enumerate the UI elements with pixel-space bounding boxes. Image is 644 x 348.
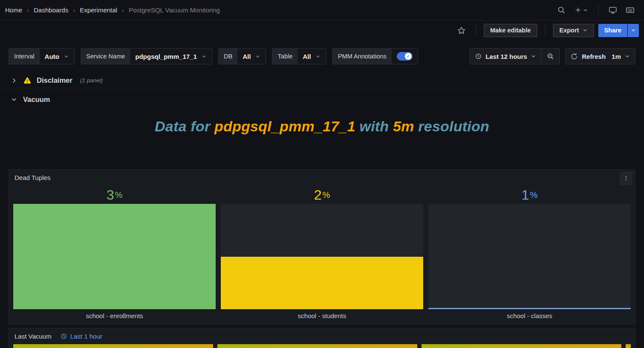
toggle-check-icon: ✓ <box>405 53 412 60</box>
headline-segment: 5m <box>393 118 414 134</box>
refresh-interval-value: 1m <box>612 53 621 60</box>
headline-segment: resolution <box>414 118 489 134</box>
pmm-annotations-toggle[interactable]: ✓ <box>397 52 413 61</box>
kiosk-mode-icon[interactable] <box>606 4 619 17</box>
breadcrumb-home[interactable]: Home <box>5 6 22 14</box>
divider <box>476 25 476 35</box>
breadcrumb-experimental[interactable]: Experimental <box>80 6 117 14</box>
refresh-label: Refresh <box>582 53 606 60</box>
service-name-select[interactable]: pdpgsql_pmm_17_1 <box>130 49 212 64</box>
interval-value: Auto <box>45 53 59 60</box>
clock-icon <box>61 333 67 339</box>
pmm-annotations-control: PMM Annotations ✓ <box>332 48 418 64</box>
chevron-down-icon <box>255 54 261 59</box>
panel-menu-kebab-icon[interactable] <box>620 171 632 185</box>
last-vacuum-bar <box>217 344 417 348</box>
breadcrumb: Home › Dashboards › Experimental › Postg… <box>5 6 220 14</box>
db-label: DB <box>219 49 237 64</box>
breadcrumb-current-page: PostgreSQL Vacuum Monitoring <box>129 6 220 14</box>
plus-icon <box>574 6 582 14</box>
gauge-track <box>13 204 216 309</box>
gauge-fill <box>221 257 423 310</box>
gauge-fill <box>13 204 216 309</box>
time-range-value: Last 12 hours <box>486 53 527 60</box>
new-dashboard-menu[interactable] <box>572 4 591 17</box>
service-name-label: Service Name <box>81 49 130 64</box>
interval-select[interactable]: Auto <box>40 49 74 64</box>
chevron-down-icon <box>201 54 207 59</box>
db-select[interactable]: All <box>237 49 266 64</box>
bar-gauge: 2%school - students <box>221 186 423 320</box>
bar-gauge: 1%school - classes <box>428 186 631 320</box>
gauge-value-label: 1% <box>428 186 631 204</box>
chevron-down-icon <box>64 54 69 59</box>
table-variable: Table All <box>272 48 326 64</box>
refresh-button[interactable]: Refresh <box>565 49 611 64</box>
search-icon[interactable] <box>555 4 568 17</box>
gauge-category-label: school - students <box>221 312 423 320</box>
divider <box>545 25 545 35</box>
gauge-track <box>428 204 631 309</box>
row-vacuum[interactable]: Vacuum <box>0 92 644 107</box>
gauge-value-label: 2% <box>221 186 423 204</box>
star-icon[interactable] <box>455 24 468 37</box>
time-override-badge: Last 1 hour <box>61 333 102 340</box>
last-vacuum-bar <box>422 344 621 348</box>
refresh-icon <box>571 53 578 60</box>
row-disclaimer[interactable]: Disclaimer (1 panel) <box>0 73 644 88</box>
headline-segment: pdpgsql_pmm_17_1 <box>214 118 355 134</box>
table-label: Table <box>272 49 298 64</box>
clock-icon <box>475 53 482 60</box>
resolution-text-panel: Data for pdpgsql_pmm_17_1 with 5m resolu… <box>9 111 635 166</box>
time-override-label: Last 1 hour <box>70 333 102 340</box>
top-nav-bar: Home › Dashboards › Experimental › Postg… <box>0 0 644 20</box>
chevron-down-icon <box>583 28 588 33</box>
chevron-down-icon <box>631 28 636 33</box>
breadcrumb-separator: › <box>122 6 124 14</box>
service-name-variable: Service Name pdpgsql_pmm_17_1 <box>81 48 212 64</box>
breadcrumb-separator: › <box>73 6 75 14</box>
panel-title-last-vacuum: Last Vacuum <box>15 333 51 340</box>
bar-gauge: 3%school - enrollments <box>13 186 216 320</box>
divider <box>598 5 599 16</box>
headline-segment: with <box>355 118 393 134</box>
dashboard-submenu: Interval Auto Service Name pdpgsql_pmm_1… <box>0 40 644 64</box>
refresh-interval-select[interactable]: 1m <box>611 49 635 64</box>
last-vacuum-bars <box>9 344 635 348</box>
export-button[interactable]: Export <box>553 24 594 37</box>
export-button-label: Export <box>559 27 579 34</box>
zoom-out-icon <box>547 52 554 60</box>
gauge-fill <box>428 308 631 309</box>
interval-label: Interval <box>9 49 40 64</box>
time-range-picker: Last 12 hours <box>469 48 560 64</box>
panel-title-dead-tuples: Dead Tuples <box>15 174 50 181</box>
chevron-down-icon <box>531 54 536 59</box>
chevron-right-icon <box>11 78 17 84</box>
share-menu-caret[interactable] <box>628 24 639 37</box>
last-vacuum-panel: Last Vacuum Last 1 hour <box>9 328 635 348</box>
table-select[interactable]: All <box>298 49 326 64</box>
row-title-disclaimer: Disclaimer <box>37 76 72 84</box>
db-value: All <box>243 53 251 60</box>
refresh-picker: Refresh 1m <box>565 48 635 64</box>
make-editable-button[interactable]: Make editable <box>484 24 537 37</box>
keyboard-shortcuts-icon[interactable] <box>624 4 636 17</box>
last-vacuum-bar <box>13 344 213 348</box>
bar-gauge-area: 3%school - enrollments2%school - student… <box>9 185 635 324</box>
interval-variable: Interval Auto <box>9 48 75 64</box>
resolution-headline: Data for pdpgsql_pmm_17_1 with 5m resolu… <box>9 118 635 135</box>
time-range-button[interactable]: Last 12 hours <box>470 49 542 64</box>
share-split-button: Share <box>598 24 639 37</box>
warning-icon <box>23 76 32 85</box>
chevron-down-icon <box>315 54 321 59</box>
share-button[interactable]: Share <box>598 24 627 37</box>
row-panel-count: (1 panel) <box>80 77 102 84</box>
db-variable: DB All <box>218 48 266 64</box>
headline-segment: Data for <box>155 118 214 134</box>
breadcrumb-dashboards[interactable]: Dashboards <box>34 6 68 14</box>
row-title-vacuum: Vacuum <box>23 96 50 104</box>
zoom-out-button[interactable] <box>542 49 559 64</box>
table-value: All <box>303 53 311 60</box>
last-vacuum-bar <box>626 344 631 348</box>
chevron-down-icon <box>625 54 630 59</box>
